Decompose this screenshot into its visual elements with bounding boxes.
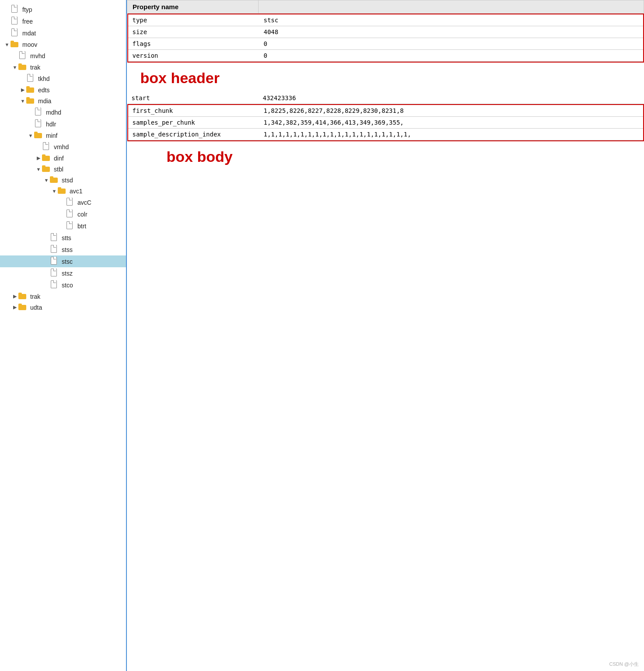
- tree-item-label-stss: stss: [62, 246, 73, 253]
- tree-item-label-trak2: trak: [30, 293, 40, 300]
- property-value-header: [259, 0, 644, 14]
- tree-item-label-minf: minf: [46, 132, 57, 139]
- tree-arrow-minf[interactable]: [27, 133, 34, 138]
- tree-item-ftyp[interactable]: ftyp: [0, 3, 126, 15]
- file-icon: [42, 142, 52, 151]
- file-icon: [50, 257, 60, 266]
- tree-item-vmhd[interactable]: vmhd: [0, 141, 126, 153]
- box-header-annotation-row: box header: [127, 64, 644, 92]
- tree-item-label-vmhd: vmhd: [54, 143, 69, 150]
- tree-item-label-colr: colr: [77, 211, 88, 218]
- file-icon: [34, 108, 44, 117]
- tree-arrow-trak2[interactable]: [11, 294, 18, 299]
- prop-name-version: version: [128, 50, 259, 62]
- file-icon: [50, 269, 60, 278]
- tree-item-stss[interactable]: stss: [0, 244, 126, 255]
- watermark: CSDN @小生: [609, 661, 639, 668]
- file-icon: [10, 28, 20, 38]
- prop-name-sample_description_index: sample_description_index: [128, 129, 259, 140]
- tree-arrow-trak1[interactable]: [11, 65, 18, 70]
- prop-value-type: stsc: [259, 14, 643, 26]
- tree-item-label-free: free: [22, 18, 33, 25]
- tree-item-dinf[interactable]: dinf: [0, 153, 126, 164]
- tree-item-colr[interactable]: colr: [0, 208, 126, 220]
- tree-item-udta[interactable]: udta: [0, 302, 126, 313]
- tree-item-stco[interactable]: stco: [0, 279, 126, 291]
- prop-row-first_chunk: first_chunk1,8225,8226,8227,8228,8229,82…: [128, 105, 643, 117]
- tree-item-minf[interactable]: minf: [0, 130, 126, 141]
- property-name-header: Property name: [127, 0, 259, 14]
- property-table: Property name typestscsize4048flags0vers…: [127, 0, 644, 171]
- folder-icon: [58, 187, 67, 195]
- file-icon: [10, 17, 20, 26]
- file-icon: [66, 210, 75, 219]
- tree-arrow-stsd[interactable]: [43, 178, 50, 183]
- prop-row-flags: flags0: [128, 38, 643, 50]
- prop-row-type: typestsc: [128, 14, 643, 26]
- file-icon: [34, 119, 44, 129]
- file-icon: [50, 245, 60, 254]
- folder-icon: [18, 292, 28, 301]
- box-header-section: typestscsize4048flags0version0: [127, 14, 644, 64]
- prop-name-first_chunk: first_chunk: [128, 105, 259, 117]
- prop-value-samples_per_chunk: 1,342,382,359,414,366,413,349,369,355,: [259, 117, 643, 129]
- prop-value-first_chunk: 1,8225,8226,8227,8228,8229,8230,8231,8: [259, 105, 643, 117]
- tree-item-mvhd[interactable]: mvhd: [0, 50, 126, 62]
- tree-arrow-dinf[interactable]: [35, 155, 42, 161]
- tree-item-label-avcC: avcC: [77, 199, 91, 206]
- folder-icon: [34, 131, 44, 140]
- tree-arrow-edts[interactable]: [19, 87, 26, 93]
- tree-arrow-mdia[interactable]: [19, 98, 26, 104]
- file-icon: [26, 74, 36, 83]
- folder-icon: [26, 97, 36, 105]
- tree-item-trak2[interactable]: trak: [0, 291, 126, 302]
- tree-item-mdhd[interactable]: mdhd: [0, 106, 126, 118]
- folder-icon: [42, 154, 52, 162]
- tree-item-stbl[interactable]: stbl: [0, 164, 126, 175]
- tree-item-hdlr[interactable]: hdlr: [0, 118, 126, 130]
- tree-item-stts[interactable]: stts: [0, 232, 126, 244]
- file-icon: [66, 221, 75, 231]
- prop-name-samples_per_chunk: samples_per_chunk: [128, 117, 259, 129]
- right-content-wrapper: Property name typestscsize4048flags0vers…: [127, 0, 644, 171]
- folder-icon: [50, 176, 60, 184]
- tree-item-label-moov: moov: [22, 41, 37, 48]
- tree-panel[interactable]: ftypfreemdatmoovmvhdtraktkhdedtsmdiamdhd…: [0, 0, 127, 671]
- file-icon: [66, 198, 75, 207]
- box-body-annotation-row: box body: [127, 143, 644, 171]
- tree-item-stsc[interactable]: stsc: [0, 255, 126, 267]
- prop-row-size: size4048: [128, 26, 643, 38]
- tree-item-moov[interactable]: moov: [0, 39, 126, 50]
- file-icon: [50, 233, 60, 242]
- prop-value-flags: 0: [259, 38, 643, 50]
- tree-arrow-moov[interactable]: [4, 42, 10, 47]
- tree-item-label-ftyp: ftyp: [22, 6, 32, 13]
- right-panel: Property name typestscsize4048flags0vers…: [127, 0, 644, 671]
- prop-value-sample_description_index: 1,1,1,1,1,1,1,1,1,1,1,1,1,1,1,1,1,1,1,1,: [259, 129, 643, 140]
- box-body-annotation: box body: [132, 145, 640, 169]
- tree-item-btrt[interactable]: btrt: [0, 220, 126, 232]
- tree-item-mdat[interactable]: mdat: [0, 27, 126, 39]
- tree-item-avc1[interactable]: avc1: [0, 185, 126, 196]
- tree-item-label-hdlr: hdlr: [46, 121, 56, 128]
- tree-item-stsz[interactable]: stsz: [0, 267, 126, 279]
- tree-item-free[interactable]: free: [0, 15, 126, 27]
- tree-arrow-udta[interactable]: [11, 304, 18, 310]
- tree-item-stsd[interactable]: stsd: [0, 175, 126, 185]
- tree-item-label-trak1: trak: [30, 64, 40, 71]
- tree-arrow-avc1[interactable]: [51, 189, 58, 194]
- prop-row-samples_per_chunk: samples_per_chunk1,342,382,359,414,366,4…: [128, 117, 643, 129]
- tree-item-edts[interactable]: edts: [0, 84, 126, 95]
- tree-item-avcC[interactable]: avcC: [0, 196, 126, 208]
- tree-item-label-mdat: mdat: [22, 30, 36, 37]
- tree-item-label-stbl: stbl: [54, 166, 63, 173]
- tree-arrow-stbl[interactable]: [35, 167, 42, 172]
- folder-icon: [42, 165, 52, 173]
- tree-item-label-mdia: mdia: [38, 98, 51, 105]
- tree-item-mdia[interactable]: mdia: [0, 95, 126, 106]
- tree-item-trak1[interactable]: trak: [0, 62, 126, 73]
- tree-item-label-stco: stco: [62, 282, 73, 289]
- tree-item-tkhd[interactable]: tkhd: [0, 73, 126, 84]
- tree-item-label-stsz: stsz: [62, 270, 73, 277]
- tree-item-label-udta: udta: [30, 304, 42, 311]
